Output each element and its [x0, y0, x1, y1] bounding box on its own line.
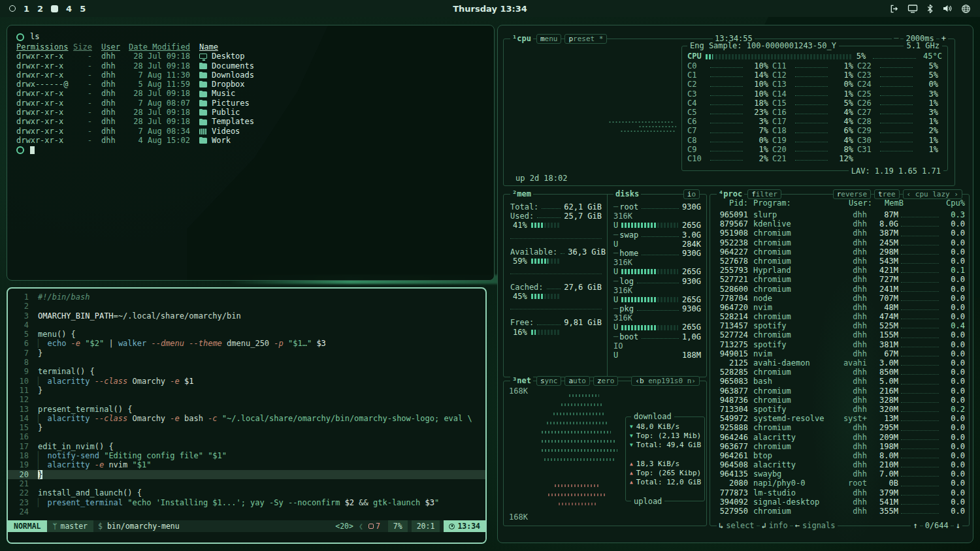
cpu-core: C310% — [687, 89, 768, 99]
workspace-indicator-active[interactable] — [51, 5, 58, 12]
process-row[interactable]: 527950chromiumdhh355M0.0 — [714, 507, 965, 516]
editor-area[interactable]: 1#!/bin/bash23OMARCHY_BIN_PATH=~/.local/… — [8, 289, 485, 520]
process-row[interactable]: 713275spotifydhh381M0.0 — [714, 340, 965, 349]
process-row[interactable]: 394092signal-desktopdhh541M0.0 — [714, 497, 965, 507]
process-row[interactable]: 963677chromiumdhh198M0.0 — [714, 442, 965, 451]
net-interface-button[interactable]: ‹b enp191s0 n› — [631, 376, 700, 386]
process-row[interactable]: 528285chromiumdhh850M0.0 — [714, 368, 965, 377]
file-owner: dhh — [101, 117, 121, 126]
core-percent: 1% — [831, 89, 853, 99]
core-percent: 5% — [831, 99, 853, 108]
core-label: C15 — [772, 99, 792, 108]
network-globe-icon[interactable] — [961, 4, 971, 14]
pid-header[interactable]: Pid: — [714, 198, 748, 208]
scroll-down-icon[interactable]: ↓ — [954, 521, 962, 530]
filter-button[interactable]: filter — [747, 189, 781, 199]
cpu-total-row: CPU 5% 45°C — [687, 52, 942, 61]
process-row[interactable]: 713304spotifydhh320M0.2 — [714, 405, 965, 414]
process-row[interactable]: 949015nvimdhh67M0.0 — [714, 349, 965, 358]
file-size: - — [73, 127, 92, 136]
process-row[interactable]: 925888chromiumdhh295M0.0 — [714, 423, 965, 432]
io-button[interactable]: io — [683, 189, 700, 199]
process-name: node — [753, 294, 837, 303]
process-row[interactable]: 964261btopdhh8.0M0.0 — [714, 451, 965, 460]
proc-footer-key[interactable]: ↳select — [717, 521, 757, 530]
user-header[interactable]: User: — [842, 198, 872, 208]
process-row[interactable]: 964227chromiumdhh298M0.0 — [714, 247, 965, 257]
process-row[interactable]: 964720nvimdhh48M0.0 — [714, 303, 965, 312]
workspace-indicator-circle[interactable] — [9, 5, 16, 12]
process-row[interactable]: 963877chromiumdhh216M0.0 — [714, 386, 965, 396]
program-header[interactable]: Program: — [753, 198, 842, 208]
process-row[interactable]: 527724chromiumdhh155M0.0 — [714, 330, 965, 339]
process-row[interactable]: 965083bashdhh5.0M0.0 — [714, 377, 965, 386]
preset-button[interactable]: preset * — [564, 34, 607, 44]
bluetooth-icon[interactable] — [926, 4, 934, 14]
process-row[interactable]: 255793Hyprlanddhh421M0.1 — [714, 266, 965, 275]
process-user: dhh — [837, 247, 867, 257]
net-zero-button[interactable]: zero — [593, 376, 619, 386]
process-row[interactable]: 528214chromiumdhh474M0.0 — [714, 312, 965, 321]
process-name: chromium — [753, 247, 837, 257]
process-row[interactable]: 964508alacrittydhh210M0.0 — [714, 460, 965, 469]
code-text: } — [38, 470, 42, 479]
logout-icon[interactable] — [889, 4, 899, 14]
process-name: Hyprland — [753, 266, 837, 275]
net-auto-button[interactable]: auto — [564, 376, 590, 386]
permissions: drwxr-xr-x — [16, 61, 73, 71]
process-row[interactable]: 777873lm-studiodhh379M0.0 — [714, 488, 965, 497]
workspace-4[interactable]: 4 — [66, 4, 72, 14]
workspace-2[interactable]: 2 — [37, 4, 43, 14]
workspace-5[interactable]: 5 — [80, 4, 86, 14]
process-row[interactable]: 528600chromiumdhh241M0.0 — [714, 285, 965, 294]
btop-window[interactable]: ¹cpu menu preset * 13:34:55 ─ 2000ms + u… — [497, 25, 973, 543]
code-line: 20} — [8, 470, 485, 479]
disk-entry: ─home930G — [613, 249, 701, 258]
process-row[interactable]: 549972systemd-resolvesyst+13M0.0 — [714, 414, 965, 423]
workspace-1[interactable]: 1 — [24, 4, 29, 14]
process-row[interactable]: 2125avahi-daemonavahi3.0M0.0 — [714, 358, 965, 368]
code-text: ▏ echo -e "$2" | walker --dmenu --theme … — [38, 339, 326, 348]
prompt-row[interactable] — [16, 145, 485, 155]
line-number: 13 — [8, 405, 29, 414]
process-row[interactable]: 778704nodedhh707M0.0 — [714, 294, 965, 303]
terminal-cursor[interactable] — [30, 146, 35, 154]
process-row[interactable]: 2080napi/phy0-0root0B0.0 — [714, 479, 965, 488]
process-row[interactable]: 951908chromiumdhh387M0.0 — [714, 228, 965, 238]
core-percent: 1% — [916, 145, 938, 154]
neovim-window[interactable]: 1#!/bin/bash23OMARCHY_BIN_PATH=~/.local/… — [7, 287, 487, 544]
process-row[interactable]: 952238chromiumdhh245M0.0 — [714, 238, 965, 247]
process-row[interactable]: 948736chromiumdhh328M0.0 — [714, 396, 965, 405]
terminal-ls-window[interactable]: ls PermissionsSizeUserDate ModifiedName … — [7, 25, 495, 281]
process-name: avahi-daemon — [753, 358, 837, 368]
net-sync-button[interactable]: sync — [536, 376, 562, 386]
mem-header[interactable]: MemB — [872, 198, 904, 208]
process-cpu-graph — [901, 222, 939, 227]
process-name: chromium — [753, 238, 837, 247]
process-cpu: 0.0 — [941, 257, 965, 266]
screenshare-icon[interactable] — [907, 4, 918, 14]
process-name: chromium — [753, 257, 837, 266]
sort-column-button[interactable]: ‹ cpu lazy › — [903, 189, 962, 199]
proc-footer-key[interactable]: ←signals — [793, 521, 838, 530]
file-row: drwxr-xr-x-dhh4 Aug 15:02Work — [16, 136, 485, 145]
disk-entry: ─log930G — [613, 277, 701, 286]
reverse-button[interactable]: reverse — [833, 189, 871, 199]
process-row[interactable]: 965091slurpdhh87M0.3 — [714, 210, 965, 219]
proc-footer-key[interactable]: ↲info — [760, 521, 790, 530]
file-name: Downloads — [212, 71, 254, 80]
tree-button[interactable]: tree — [874, 189, 900, 199]
process-row[interactable]: 879567kdenlivedhh8.0G0.0 — [714, 219, 965, 228]
code-text: #!/bin/bash — [38, 292, 90, 302]
process-row[interactable]: 527721chromiumdhh727M0.0 — [714, 275, 965, 284]
process-row[interactable]: 713457spotifydhh525M0.4 — [714, 321, 965, 330]
volume-icon[interactable] — [942, 4, 953, 13]
process-cpu-graph — [901, 343, 939, 347]
process-row[interactable]: 964246alacrittydhh209M0.0 — [714, 433, 965, 442]
process-row[interactable]: 964135swaybgdhh7.0M0.0 — [714, 469, 965, 479]
menu-button[interactable]: menu — [536, 34, 562, 44]
cpu-header[interactable]: Cpu% — [941, 198, 965, 208]
poll-decrease[interactable]: ─ — [892, 34, 900, 43]
scroll-up-icon[interactable]: ↑ — [911, 521, 919, 530]
process-row[interactable]: 527678chromiumdhh543M0.0 — [714, 257, 965, 266]
